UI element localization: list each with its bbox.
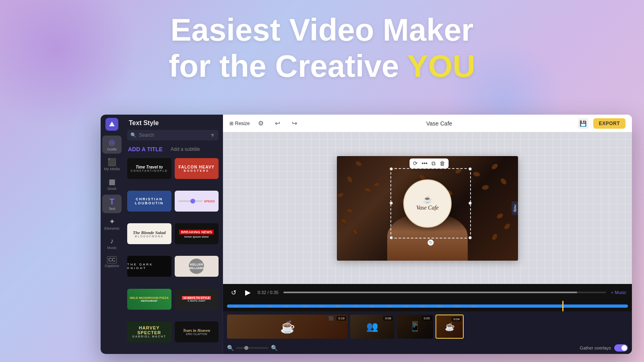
context-delete-btn[interactable]: 🗑 — [440, 160, 445, 167]
track-thumb-3[interactable]: 📱 0:05 — [397, 315, 433, 339]
sidebar-item-captions[interactable]: CC Captions — [102, 254, 122, 270]
style-card-pizza[interactable]: WILD MUSHROOM PIZZA RESTAURANT — [127, 289, 171, 310]
selection-handle-tl[interactable] — [390, 167, 393, 171]
timeline-section: 2s 4s 6s 8s 10s 12s 14s 16s 18s 20s 22s … — [223, 301, 632, 354]
sidebar-item-music[interactable]: ♪ Music — [102, 234, 122, 252]
export-button[interactable]: EXPORT — [593, 118, 625, 129]
app-window: ◎ Guide ⬛ My Media ▦ Stock T Text ✦ Elem… — [101, 115, 632, 354]
context-duplicate-btn[interactable]: ⧉ — [431, 160, 436, 167]
keller-line2: WILLIAMS — [188, 266, 204, 270]
track-thumb-4[interactable]: ☕ 0:04 — [436, 315, 464, 339]
sidebar-item-music-label: Music — [107, 246, 117, 250]
style-harvey-sub: GABRIEL MACHT — [132, 335, 166, 338]
settings-icon: ⚙ — [258, 119, 264, 127]
selection-box[interactable]: ↻ — [390, 168, 471, 239]
sidebar-item-elements[interactable]: ✦ Elements — [102, 215, 122, 233]
track-emoji-2: 👥 — [366, 321, 378, 332]
selection-handle-ml[interactable] — [390, 202, 393, 205]
restart-button[interactable]: ↺ — [229, 288, 238, 297]
rotate-handle[interactable]: ↻ — [427, 239, 434, 246]
style-breaking-main: BREAKING NEWS — [179, 230, 214, 234]
style-breaking-sub: lorem ipsum dolor — [184, 235, 209, 238]
zoom-out-button[interactable]: 🔍 — [227, 345, 234, 351]
style-card-breaking[interactable]: BREAKING NEWS lorem ipsum dolor — [175, 223, 219, 244]
selection-handle-br[interactable] — [469, 236, 472, 239]
style-card-slider[interactable]: SPEED — [175, 191, 219, 212]
search-input[interactable] — [139, 132, 207, 138]
selection-handle-tr[interactable] — [469, 167, 472, 171]
marker-26s: 26s — [437, 304, 442, 308]
sidebar-item-stock-label: Stock — [107, 187, 117, 191]
sidebar-item-my-media[interactable]: ⬛ My Media — [102, 155, 122, 173]
marker-16s: 16s — [353, 304, 358, 308]
help-tab[interactable]: Help — [512, 201, 518, 215]
marker-28s: 28s — [454, 304, 459, 308]
style-card-louboutin[interactable]: CHRISTIAN LOUBOUTIN — [127, 191, 171, 212]
add-title-button[interactable]: ADD A TITLE — [128, 146, 163, 152]
style-card-howto[interactable]: 10 WAYS TO STYLE A WHITE SHIRT — [175, 289, 219, 310]
timeline-ruler[interactable]: 2s 4s 6s 8s 10s 12s 14s 16s 18s 20s 22s … — [223, 301, 632, 311]
track-label-3: 0:05 — [422, 316, 431, 321]
style-time-travel-sub: CONSTANTINOPLE — [131, 169, 168, 172]
style-card-darkknight[interactable]: THE DARK KNIGHT — [127, 256, 171, 277]
undo-button[interactable]: ↩ — [272, 117, 284, 130]
style-card-blonde[interactable]: The Blonde Salad BLOGOFMONA — [127, 223, 171, 244]
settings-button[interactable]: ⚙ — [255, 117, 267, 130]
filter-icon[interactable]: ▼ — [210, 132, 215, 138]
panel-title: Text Style — [129, 119, 159, 127]
style-tears-sub: ERIC CLAPTON — [186, 333, 207, 335]
sidebar-item-elements-label: Elements — [104, 227, 120, 230]
sidebar-item-text[interactable]: T Text — [102, 195, 122, 213]
style-card-tears[interactable]: Tears in Heaven ERIC CLAPTON — [175, 321, 219, 342]
style-card-harvey[interactable]: HARVEY SPECTER GABRIEL MACHT — [127, 321, 171, 342]
style-card-falcon[interactable]: FALCON HEAVY BOOSTERS — [175, 158, 219, 179]
marker-24s: 24s — [420, 304, 425, 308]
style-falcon-main: FALCON HEAVY — [178, 165, 215, 169]
save-button[interactable]: 💾 — [578, 118, 588, 129]
track-label-1: 0:19 — [336, 316, 346, 321]
style-falcon-sub: BOOSTERS — [184, 169, 209, 172]
progress-bar[interactable] — [283, 292, 606, 293]
style-louboutin-sub: LOUBOUTIN — [135, 201, 164, 205]
context-more-btn[interactable]: ••• — [422, 160, 428, 167]
marker-2s: 2s — [234, 304, 237, 308]
marker-22s: 22s — [403, 304, 409, 308]
style-card-keller[interactable]: KELLER WILLIAMS — [175, 256, 219, 277]
track-thumb-1[interactable]: ☕ 0:19 ⬛ — [227, 315, 348, 339]
player-bar: ↺ ▶ 0:32 / 0:35 + Music — [223, 284, 632, 301]
sidebar-item-stock[interactable]: ▦ Stock — [102, 175, 122, 193]
top-bar: ⊞ Resize ⚙ ↩ ↪ Vase Cafe 💾 EXPORT — [223, 115, 632, 132]
gather-overlays-toggle[interactable] — [614, 344, 628, 352]
track-thumb-2[interactable]: 👥 0:08 — [350, 315, 394, 339]
zoom-slider[interactable] — [236, 347, 268, 349]
sidebar-item-guide[interactable]: ◎ Guide — [102, 136, 122, 154]
hero-line2-prefix: for the Creative — [169, 48, 407, 84]
zoom-in-button[interactable]: 🔍 — [271, 345, 278, 351]
context-copy-btn[interactable]: ⟳ — [413, 160, 418, 167]
toggle-knob — [621, 345, 627, 351]
selection-handle-mr[interactable] — [469, 202, 472, 205]
search-bar[interactable]: 🔍 ▼ — [127, 130, 219, 140]
gather-overlays: Gather overlays — [580, 344, 628, 352]
add-subtitle-button[interactable]: Add a subtitle — [171, 146, 200, 152]
track-emoji-1: ☕ — [280, 320, 295, 334]
marker-14s: 14s — [336, 304, 341, 308]
style-louboutin-name: CHRISTIAN — [136, 197, 163, 201]
play-button[interactable]: ▶ — [243, 288, 253, 297]
music-button[interactable]: + Music — [611, 290, 626, 295]
resize-button[interactable]: ⊞ Resize — [229, 121, 250, 126]
style-blonde-main: The Blonde Salad — [133, 230, 165, 235]
hero-you: YOU — [407, 48, 475, 84]
time-display: 0:32 / 0:35 — [258, 290, 279, 295]
canvas-image: ☕ Vase Cafe ↻ ⟳ — [337, 156, 518, 261]
canvas-frame[interactable]: ☕ Vase Cafe ↻ ⟳ — [337, 156, 518, 261]
style-card-time-travel[interactable]: Time Travel to CONSTANTINOPLE — [127, 158, 171, 179]
timeline-playhead[interactable] — [562, 301, 564, 311]
elements-icon: ✦ — [109, 217, 115, 226]
redo-button[interactable]: ↪ — [289, 117, 301, 130]
style-speed-text: SPEED — [204, 200, 215, 203]
marker-18s: 18s — [369, 304, 375, 308]
selection-handle-bl[interactable] — [390, 236, 393, 239]
track-emoji-4: ☕ — [445, 322, 455, 331]
track-label-2: 0:08 — [383, 316, 393, 321]
